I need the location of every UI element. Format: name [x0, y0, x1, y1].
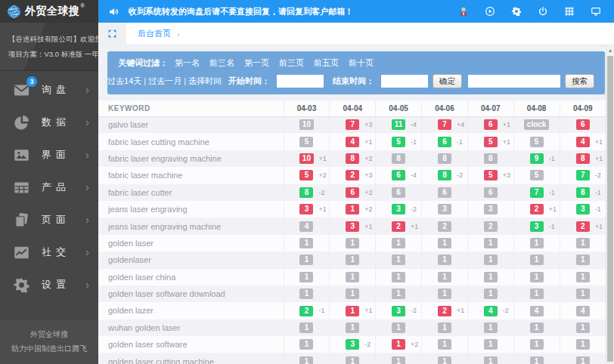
vertical-scrollbar[interactable]: ▲ — [606, 45, 614, 364]
power-icon[interactable] — [538, 6, 548, 17]
table-row: goldenlaser1111111 — [98, 251, 606, 268]
rank-badge-gray: 1 — [576, 272, 590, 282]
breadcrumb-home[interactable]: 后台首页 — [138, 28, 171, 39]
confirm-button[interactable]: 确定 — [433, 74, 462, 88]
rank-badge-red: 1 — [392, 339, 405, 350]
monitor-icon[interactable] — [591, 6, 601, 17]
scroll-up-arrow-icon[interactable]: ▲ — [606, 45, 614, 55]
rank-badge-gray: 1 — [346, 272, 359, 282]
date-column-header: 04-08 — [513, 100, 560, 116]
table-row: fabric laser machine5+22+36-48-25+357-2 — [98, 167, 606, 184]
table-header-row: KEYWORD 04-0304-0404-0504-0604-0704-0804… — [98, 100, 606, 116]
sidebar-item-label: 设置 — [42, 278, 70, 292]
rank-cell: 2+1 — [376, 217, 422, 234]
pie-chart-icon — [13, 114, 30, 131]
search-button[interactable]: 搜索 — [565, 74, 594, 88]
brand-logo: GLOBAL 外贸全球搜 ® — [0, 0, 98, 23]
rank-cell: 1 — [422, 235, 468, 251]
rank-badge-green: 9 — [530, 153, 544, 164]
play-icon[interactable] — [485, 6, 495, 17]
rank-badge-red: 7 — [438, 119, 451, 130]
keyword-cell: golden lazer — [98, 302, 284, 319]
search-input[interactable] — [468, 75, 560, 88]
rank-badge-gray: 1 — [346, 288, 359, 299]
table-row: galvo laser107+311-47+46+1clock6 — [98, 116, 606, 133]
sidebar-item-settings[interactable]: 设置› — [0, 269, 98, 301]
rank-badge-gray: 6 — [392, 187, 405, 198]
rank-cell: 7-1 — [513, 184, 560, 201]
rank-badge-gray: 1 — [484, 272, 498, 282]
date-column-header: 04-07 — [467, 100, 513, 116]
rank-cell: 4-2 — [467, 302, 513, 319]
sidebar-item-label: 页面 — [42, 213, 70, 227]
rank-delta: +2 — [364, 155, 372, 162]
rank-cell: 4+1 — [560, 133, 606, 150]
rank-delta: -1 — [318, 307, 324, 314]
rank-cell: 1 — [560, 336, 606, 353]
rank-cell: 1 — [330, 251, 376, 268]
sidebar-item-interface[interactable]: 界面› — [0, 139, 98, 171]
rank-cell: 1 — [467, 269, 513, 285]
rank-badge-gray: 1 — [392, 254, 405, 265]
gear-icon[interactable] — [511, 6, 522, 17]
rank-cell: clock — [513, 116, 560, 133]
rank-badge-green: 6 — [438, 137, 451, 147]
keyword-filter-option[interactable]: 第一页 — [244, 58, 269, 67]
keyword-column-header: KEYWORD — [98, 100, 284, 116]
rank-cell: 2+1 — [422, 302, 468, 319]
keyword-filter-option[interactable]: 前十页 — [349, 58, 374, 67]
rank-badge-red: 5 — [299, 170, 313, 180]
rank-badge-green: 3 — [576, 204, 590, 214]
rank-cell: 1 — [284, 336, 330, 353]
keyword-filter-option[interactable]: 前三页 — [279, 58, 304, 67]
keyword-filter-option[interactable]: 前五页 — [314, 58, 339, 67]
rank-delta: +2 — [411, 341, 418, 348]
sidebar-footer: 外贸全球搜 助力中国制造出口腾飞 — [0, 320, 98, 364]
rank-delta: +2 — [318, 171, 326, 179]
rank-cell: 1 — [376, 353, 422, 364]
rank-delta: -2 — [318, 189, 324, 196]
rank-cell: 6 — [376, 184, 422, 201]
rank-badge-gray: 8 — [484, 153, 498, 164]
time-filter-option[interactable]: 选择时间 — [188, 76, 222, 85]
sidebar-item-page[interactable]: 页面› — [0, 204, 98, 236]
time-filter-option[interactable]: 过去一月 — [148, 76, 181, 85]
table-row: fabric laser engraving machine10+18+2888… — [98, 150, 606, 167]
grid-icon[interactable] — [564, 6, 575, 17]
sidebar-item-label: 界面 — [42, 148, 70, 162]
time-filter-option[interactable]: 过去14天 — [107, 76, 141, 85]
table-row: golden laser china1111111 — [98, 269, 606, 285]
rank-delta: +1 — [503, 121, 510, 128]
rank-delta: -2 — [595, 171, 601, 179]
rank-badge-red: 2 — [576, 221, 590, 232]
rank-cell: 1 — [513, 269, 560, 285]
rank-delta: -2 — [503, 307, 509, 314]
rank-cell: 4 — [284, 217, 330, 234]
time-filter-option[interactable]: 过去7天 — [98, 76, 101, 85]
rank-delta: -1 — [457, 138, 463, 146]
rank-badge-gray: 6 — [484, 187, 498, 198]
start-time-input[interactable] — [277, 75, 324, 88]
rank-cell: 1 — [330, 319, 376, 336]
table-row: fabric laser cutting machine54+15-16-15+… — [98, 133, 606, 150]
rank-badge-gray: 1 — [530, 238, 544, 248]
avatar[interactable] — [458, 6, 469, 17]
rank-badge-red: 6 — [346, 187, 359, 198]
rank-cell: 8-2 — [422, 167, 468, 184]
sidebar-item-inquiry[interactable]: 3询盘› — [0, 74, 98, 106]
keyword-filter-option[interactable]: 第一名 — [175, 58, 200, 67]
table-row: golden laser1111111 — [98, 235, 606, 251]
sidebar-item-data[interactable]: 数据› — [0, 106, 98, 139]
sidebar-item-product[interactable]: 产品› — [0, 171, 98, 204]
sidebar-item-social[interactable]: 社交› — [0, 236, 98, 269]
footer-slogan: 助力中国制造出口腾飞 — [0, 341, 98, 356]
footer-brand: 外贸全球搜 — [0, 327, 98, 341]
end-time-input[interactable] — [381, 75, 428, 88]
rank-cell: 3 — [467, 201, 513, 217]
expand-icon[interactable] — [98, 23, 126, 45]
rank-badge-gray: 1 — [484, 356, 498, 364]
scrollbar-thumb[interactable] — [607, 56, 613, 362]
start-time-label: 开始时间： — [228, 76, 270, 87]
rank-cell: 1 — [284, 285, 330, 302]
keyword-filter-option[interactable]: 前三名 — [209, 58, 234, 67]
